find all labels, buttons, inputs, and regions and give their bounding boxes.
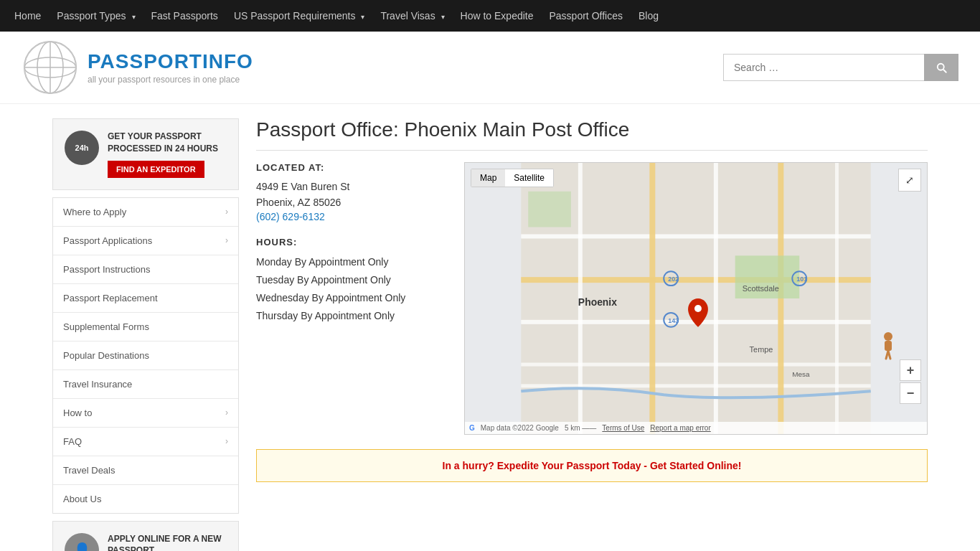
chevron-right-icon: ›: [225, 408, 228, 418]
address-line1: 4949 E Van Buren St: [256, 179, 443, 194]
svg-text:Mesa: Mesa: [792, 370, 810, 378]
sidebar-item-label: Travel Deals: [63, 465, 115, 476]
main-layout: 24h GET YOUR PASSPORT PROCESSED IN 24 HO…: [31, 104, 949, 551]
terms-of-use-link[interactable]: Terms of Use: [602, 424, 644, 432]
sidebar-item-where-to-apply[interactable]: Where to Apply ›: [53, 198, 238, 227]
svg-rect-18: [528, 192, 571, 227]
map-scale: 5 km ——: [565, 424, 596, 432]
fullscreen-icon: ⤢: [905, 174, 914, 186]
svg-rect-6: [521, 163, 870, 434]
sidebar-item-popular-destinations[interactable]: Popular Destinations: [53, 342, 238, 370]
map-frame[interactable]: Phoenix Scottsdale Tempe Mesa 202 101 14…: [464, 162, 928, 435]
sidebar-promo2-text: APPLY ONLINE FOR A NEW PASSPORT: [108, 533, 227, 551]
logo-tagline: all your passport resources in one place: [88, 75, 253, 85]
svg-point-31: [884, 332, 892, 341]
search-area: [723, 54, 958, 81]
sidebar-item-faq[interactable]: FAQ ›: [53, 428, 238, 456]
bottom-banner: In a hurry? Expedite Your Passport Today…: [256, 449, 928, 482]
person-icon: 👤: [65, 533, 99, 551]
sidebar-item-label: How to: [63, 408, 92, 418]
svg-text:202: 202: [668, 276, 679, 283]
chevron-right-icon: ›: [225, 235, 228, 245]
pegman-icon: [880, 331, 897, 360]
main-content: Passport Office: Phoenix Main Post Offic…: [256, 118, 928, 551]
sidebar-item-passport-applications[interactable]: Passport Applications ›: [53, 227, 238, 255]
sidebar-item-about-us[interactable]: About Us: [53, 485, 238, 513]
street-view-icon[interactable]: [880, 331, 897, 362]
nav-travel-visas[interactable]: Travel Visas ▾: [380, 10, 444, 22]
chevron-down-icon: ▾: [132, 13, 136, 21]
sidebar-item-label: About Us: [63, 494, 101, 504]
hours-thursday: Thursday By Appointment Only: [256, 307, 443, 325]
phone-link[interactable]: (602) 629-6132: [256, 211, 325, 222]
sidebar-item-label: Passport Replacement: [63, 293, 158, 303]
map-svg: Phoenix Scottsdale Tempe Mesa 202 101 14…: [465, 163, 927, 434]
map-credits: Map data ©2022 Google: [481, 424, 559, 432]
report-map-error-link[interactable]: Report a map error: [650, 424, 710, 432]
nav-passport-types[interactable]: Passport Types ▾: [57, 10, 135, 22]
sidebar-item-label: FAQ: [63, 436, 82, 447]
nav-blog[interactable]: Blog: [639, 10, 659, 22]
sidebar-promo-expedite: 24h GET YOUR PASSPORT PROCESSED IN 24 HO…: [52, 118, 239, 190]
sidebar: 24h GET YOUR PASSPORT PROCESSED IN 24 HO…: [52, 118, 239, 551]
nav-how-to-expedite[interactable]: How to Expedite: [461, 10, 534, 22]
svg-line-34: [888, 351, 890, 359]
hours-monday: Monday By Appointment Only: [256, 253, 443, 271]
sidebar-item-travel-deals[interactable]: Travel Deals: [53, 456, 238, 485]
logo-globe-icon: [22, 39, 79, 96]
sidebar-item-supplemental-forms[interactable]: Supplemental Forms: [53, 313, 238, 342]
logo-plain: PASSPORT: [88, 50, 202, 72]
sidebar-promo-apply: 👤 APPLY ONLINE FOR A NEW PASSPORT: [52, 521, 239, 551]
site-header: PASSPORTINFO all your passport resources…: [0, 32, 980, 104]
sidebar-item-label: Passport Instructions: [63, 264, 150, 275]
svg-text:Tempe: Tempe: [750, 345, 773, 354]
hours-wednesday: Wednesday By Appointment Only: [256, 289, 443, 307]
svg-point-30: [694, 305, 702, 312]
office-details: LOCATED AT: 4949 E Van Buren St Phoenix,…: [256, 162, 928, 435]
located-at-label: LOCATED AT:: [256, 162, 443, 173]
map-fullscreen-button[interactable]: ⤢: [898, 169, 921, 192]
svg-text:Phoenix: Phoenix: [578, 296, 617, 308]
svg-rect-32: [885, 341, 892, 351]
find-expeditor-button[interactable]: FIND AN EXPEDITOR: [108, 161, 204, 178]
sidebar-item-how-to[interactable]: How to ›: [53, 399, 238, 428]
svg-rect-7: [521, 234, 870, 238]
sidebar-item-label: Where to Apply: [63, 207, 126, 217]
logo-text: PASSPORTINFO all your passport resources…: [88, 50, 253, 85]
sidebar-item-label: Travel Insurance: [63, 379, 132, 390]
nav-fast-passports[interactable]: Fast Passports: [151, 10, 218, 22]
hours-section: HOURS: Monday By Appointment Only Tuesda…: [256, 237, 443, 326]
expedite-link[interactable]: In a hurry? Expedite Your Passport Today…: [443, 460, 742, 471]
map-zoom-controls: + −: [900, 359, 921, 405]
nav-passport-offices[interactable]: Passport Offices: [550, 10, 623, 22]
search-icon: [935, 61, 948, 74]
svg-text:101: 101: [796, 276, 807, 283]
search-input[interactable]: [723, 54, 924, 81]
search-button[interactable]: [924, 54, 958, 81]
sidebar-promo-content: GET YOUR PASSPORT PROCESSED IN 24 HOURS …: [108, 131, 227, 178]
office-info: LOCATED AT: 4949 E Van Buren St Phoenix,…: [256, 162, 443, 435]
svg-text:143: 143: [668, 317, 679, 324]
zoom-in-button[interactable]: +: [900, 359, 921, 381]
sidebar-item-passport-replacement[interactable]: Passport Replacement: [53, 284, 238, 313]
svg-rect-10: [521, 363, 870, 367]
site-logo-name: PASSPORTINFO: [88, 50, 253, 73]
chevron-right-icon: ›: [225, 207, 228, 217]
hours-label: HOURS:: [256, 237, 443, 248]
top-navigation: Home Passport Types ▾ Fast Passports US …: [0, 0, 980, 32]
sidebar-navigation: Where to Apply › Passport Applications ›…: [52, 197, 239, 514]
sidebar-item-label: Supplemental Forms: [63, 321, 149, 332]
sidebar-promo-text: GET YOUR PASSPORT PROCESSED IN 24 HOURS: [108, 131, 227, 155]
map-tabs: Map Satellite: [471, 169, 554, 187]
address-line2: Phoenix, AZ 85026: [256, 194, 443, 210]
sidebar-item-label: Popular Destinations: [63, 350, 149, 361]
nav-home[interactable]: Home: [14, 10, 41, 22]
map-footer: G Map data ©2022 Google 5 km —— Terms of…: [465, 422, 927, 434]
map-tab-map[interactable]: Map: [471, 169, 505, 187]
sidebar-item-travel-insurance[interactable]: Travel Insurance: [53, 370, 238, 399]
sidebar-item-label: Passport Applications: [63, 235, 152, 246]
sidebar-item-passport-instructions[interactable]: Passport Instructions: [53, 255, 238, 284]
zoom-out-button[interactable]: −: [900, 382, 921, 404]
nav-us-passport-req[interactable]: US Passport Requirements ▾: [234, 10, 365, 22]
map-tab-satellite[interactable]: Satellite: [505, 169, 553, 187]
